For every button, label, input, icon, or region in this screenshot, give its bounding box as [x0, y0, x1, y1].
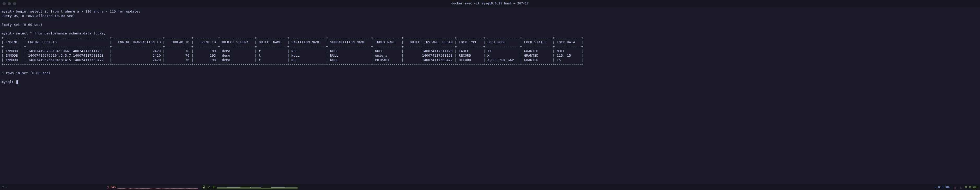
title-bar: docker exec -it mysql8.0.25 bash — 267×1…: [0, 0, 980, 7]
net-up-value: 0.0 kB↑: [966, 185, 978, 189]
cpu-graph: [117, 185, 198, 189]
prompt: mysql>: [2, 10, 14, 13]
sql-query: select * from performance_schema.data_lo…: [16, 31, 106, 35]
triangle-icon: △: [955, 185, 956, 189]
minimize-icon[interactable]: [8, 2, 11, 5]
line: mysql> select * from performance_schema.…: [2, 31, 106, 35]
terminal-output[interactable]: mysql> begin; select id from t where a >…: [0, 7, 980, 184]
traffic-lights: [3, 2, 16, 5]
prompt: mysql>: [2, 31, 14, 35]
cpu-icon: ▢: [107, 185, 109, 189]
line: mysql>: [2, 80, 18, 84]
network-up: 0.0 kB↑: [966, 185, 978, 189]
network-icon: ⇅: [934, 185, 936, 189]
zoom-icon[interactable]: [13, 2, 16, 5]
cwd-label: ~: [5, 185, 7, 189]
status-bar: ❐ ~ ▢ 14% ⌸ 12 GB ⇅: [0, 184, 980, 190]
sql-query: begin; select id from t where a > 110 an…: [16, 10, 140, 13]
pane-icon: ❐: [2, 185, 4, 189]
result-footer: 3 rows in set (0.00 sec): [2, 71, 51, 75]
memory-graph: [217, 185, 298, 189]
close-icon[interactable]: [3, 2, 6, 5]
line: mysql> begin; select id from t where a >…: [2, 10, 140, 13]
prompt: mysql>: [2, 80, 14, 84]
network-down: ⇅ 0.0 kB↓: [934, 185, 951, 189]
cursor-icon: [16, 80, 18, 84]
status-right: ⇅ 0.0 kB↓ △ △ 0.0 kB↑: [934, 185, 978, 189]
result-line: Empty set (0.00 sec): [2, 23, 43, 27]
cpu-meter: ▢ 14%: [107, 185, 198, 189]
result-line: Query OK, 0 rows affected (0.00 sec): [2, 14, 75, 18]
result-table: +----------+----------------------------…: [2, 36, 583, 66]
net-down-value: 0.0 kB↓: [938, 185, 951, 189]
status-left: ❐ ~: [2, 185, 7, 189]
memory-meter: ⌸ 12 GB: [203, 185, 298, 189]
memory-value: 12 GB: [206, 185, 215, 189]
window-title: docker exec -it mysql8.0.25 bash — 267×1…: [452, 2, 528, 6]
triangle-icon: △: [960, 185, 962, 189]
terminal-window: docker exec -it mysql8.0.25 bash — 267×1…: [0, 0, 980, 190]
cpu-value: 14%: [110, 185, 116, 189]
memory-icon: ⌸: [203, 185, 205, 189]
